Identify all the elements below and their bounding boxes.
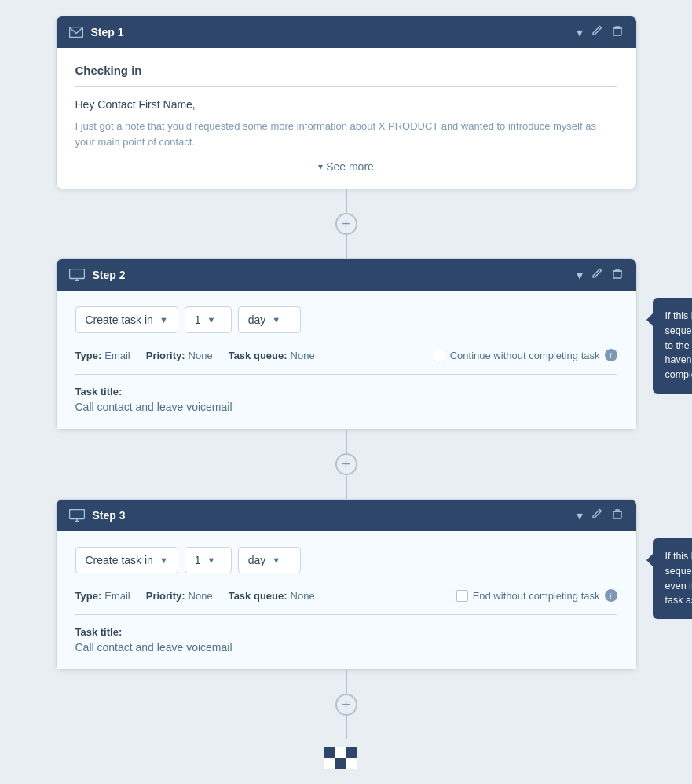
step2-continue-row: Continue without completing task i — [434, 349, 617, 361]
step1-body: Checking in Hey Contact First Name, I ju… — [57, 48, 636, 189]
step3-task-title-value: Call contact and leave voicemail — [75, 641, 617, 654]
step2-info-icon[interactable]: i — [605, 349, 617, 361]
step3-type-label: Type: — [75, 590, 102, 602]
step3-queue-value: None — [291, 590, 315, 602]
step3-priority-label: Priority: — [146, 590, 185, 602]
step3-create-arrow-icon: ▼ — [159, 555, 168, 565]
step1-trash-icon[interactable] — [611, 24, 624, 40]
end-icon — [324, 747, 368, 779]
step3-day-value: day — [248, 554, 266, 566]
svg-rect-8 — [346, 747, 357, 758]
step1-card: Step 1 ▾ — [56, 16, 637, 189]
step2-task-title-value: Call contact and leave voicemail — [75, 401, 617, 413]
step1-header-left: Step 1 — [69, 26, 124, 38]
step3-actions: ▾ — [577, 507, 624, 523]
step3-continue-row: End without completing task i — [456, 589, 617, 602]
svg-rect-5 — [613, 511, 621, 518]
step3-task-title-label: Task title: — [75, 626, 617, 638]
step3-num-dropdown[interactable]: 1 ▼ — [185, 547, 232, 573]
step2-meta: Type: Email Priority: None Task queue: N… — [75, 349, 617, 361]
step2-num-value: 1 — [195, 313, 201, 326]
step2-actions: ▾ — [577, 267, 624, 283]
step3-card: Step 3 ▾ — [56, 499, 637, 670]
connector2: + — [335, 430, 357, 499]
step3-type-item: Type: Email — [75, 590, 130, 602]
step2-trash-icon[interactable] — [611, 267, 624, 283]
step3-queue-item: Task queue: None — [229, 590, 315, 602]
step3-title: Step 3 — [93, 509, 126, 522]
see-more-link[interactable]: ▾ See more — [75, 160, 617, 173]
step2-body: Create task in ▼ 1 ▼ day ▼ Type: — [57, 291, 636, 429]
step2-queue-label: Task queue: — [229, 350, 287, 361]
svg-rect-3 — [613, 271, 621, 278]
step3-chevron-icon[interactable]: ▾ — [577, 508, 583, 523]
step2-task-title-section: Task title: Call contact and leave voice… — [75, 374, 617, 413]
step3-info-icon[interactable]: i — [605, 589, 617, 602]
step2-edit-icon[interactable] — [591, 267, 603, 283]
step3-create-task-dropdown[interactable]: Create task in ▼ — [75, 547, 178, 573]
connector2-line — [346, 430, 347, 453]
step2-queue-item: Task queue: None — [229, 350, 315, 361]
create-task-arrow-icon: ▼ — [159, 315, 168, 324]
add-step-button-1[interactable]: + — [335, 213, 357, 235]
step2-type-value: Email — [104, 350, 130, 361]
connector1: + — [335, 189, 357, 258]
connector3-line-2 — [346, 716, 347, 739]
step3-edit-icon[interactable] — [591, 507, 603, 523]
connector3: + — [335, 670, 357, 739]
connector2-line-2 — [346, 475, 347, 499]
step3-tooltip: If this box is checked, the sequence wil… — [653, 538, 693, 619]
step2-chevron-icon[interactable]: ▾ — [577, 268, 583, 283]
step2-queue-value: None — [291, 350, 315, 361]
step3-type-value: Email — [104, 590, 130, 602]
step3-day-arrow-icon: ▼ — [272, 555, 280, 565]
step2-priority-value: None — [189, 350, 213, 361]
create-task-dropdown[interactable]: Create task in ▼ — [75, 306, 178, 333]
step2-type-label: Type: — [75, 350, 102, 361]
step2-continue-checkbox[interactable] — [434, 350, 445, 361]
envelope-icon — [69, 27, 83, 38]
step2-day-arrow-icon: ▼ — [272, 315, 280, 324]
add-step-button-2[interactable]: + — [335, 453, 357, 475]
connector1-line-2 — [346, 235, 347, 258]
step2-header-left: Step 2 — [69, 269, 126, 281]
step2-num-dropdown[interactable]: 1 ▼ — [185, 306, 232, 333]
flow-container: Step 1 ▾ — [0, 16, 692, 779]
step3-trash-icon[interactable] — [611, 507, 624, 523]
connector3-line — [346, 670, 347, 694]
step3-priority-item: Priority: None — [146, 590, 213, 602]
step2-day-value: day — [248, 313, 266, 326]
add-step-button-3[interactable]: + — [335, 694, 357, 716]
email-greeting: Hey Contact First Name, — [75, 98, 617, 111]
step2-priority-label: Priority: — [146, 350, 185, 361]
svg-rect-4 — [69, 510, 84, 519]
step1-edit-icon[interactable] — [591, 24, 603, 40]
step3-header: Step 3 ▾ — [57, 500, 636, 531]
step3-header-left: Step 3 — [69, 509, 126, 522]
step3-meta: Type: Email Priority: None Task queue: N… — [75, 589, 617, 602]
step3-priority-value: None — [189, 590, 213, 602]
step2-wrapper: Step 2 ▾ — [56, 258, 637, 430]
step3-body: Create task in ▼ 1 ▼ day ▼ Type: — [57, 531, 636, 669]
step3-day-dropdown[interactable]: day ▼ — [238, 547, 301, 573]
svg-rect-6 — [324, 747, 335, 758]
step3-create-task-label: Create task in — [86, 554, 153, 566]
step2-tooltip-text: If this box is checked, the sequence wil… — [665, 310, 693, 380]
step3-continue-checkbox[interactable] — [456, 590, 468, 602]
step3-task-controls: Create task in ▼ 1 ▼ day ▼ — [75, 547, 617, 573]
step3-queue-label: Task queue: — [229, 590, 287, 602]
step3-num-value: 1 — [195, 554, 201, 566]
svg-rect-7 — [335, 747, 346, 758]
step2-num-arrow-icon: ▼ — [207, 315, 216, 324]
step3-wrapper: Step 3 ▾ — [56, 499, 637, 670]
step2-day-dropdown[interactable]: day ▼ — [238, 306, 301, 333]
step1-chevron-icon[interactable]: ▾ — [577, 25, 583, 40]
monitor-icon-3 — [69, 509, 85, 522]
svg-rect-9 — [324, 758, 335, 769]
step2-priority-item: Priority: None — [146, 350, 213, 361]
svg-rect-11 — [346, 758, 357, 769]
step1-wrapper: Step 1 ▾ — [56, 16, 637, 189]
see-more-chevron-icon: ▾ — [318, 161, 323, 172]
step3-num-arrow-icon: ▼ — [207, 555, 216, 565]
email-body: I just got a note that you'd requested s… — [75, 119, 617, 149]
